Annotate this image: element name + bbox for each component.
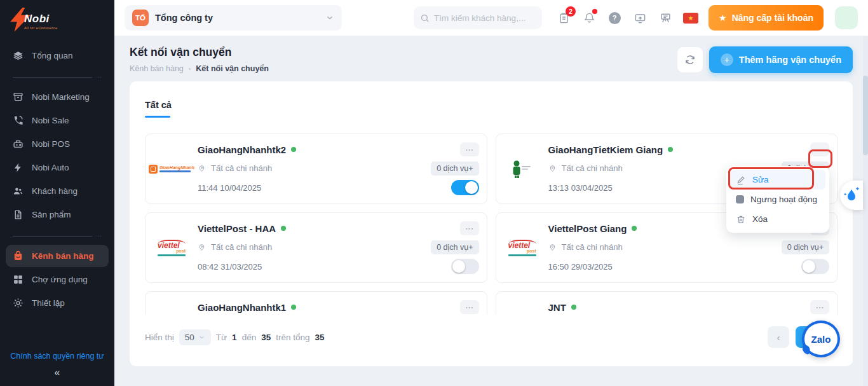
menu-item-label: Sửa xyxy=(752,175,769,184)
card-menu-button[interactable]: ⋯ xyxy=(460,142,479,156)
carrier-card-jnt: JNT ⋯ xyxy=(496,291,838,315)
carrier-card-ghn-tk2: GiaoHangNhanh GiaoHangNhanhtk2 ⋯ xyxy=(145,134,487,204)
prev-page-button[interactable]: ‹ xyxy=(768,326,789,348)
ghn-logo-icon xyxy=(149,165,158,174)
divider: ⋯ xyxy=(13,74,102,80)
sidebar-item-label: Sản phẩm xyxy=(32,210,71,219)
total-label: trên tổng xyxy=(276,333,309,342)
menu-item-edit[interactable]: Sửa xyxy=(730,170,825,190)
store-icon xyxy=(13,251,24,261)
card-menu-button[interactable]: ⋯ xyxy=(460,221,479,235)
branch-label: Tất cả chi nhánh xyxy=(211,242,272,252)
sidebar-item-label: Tổng quan xyxy=(32,51,73,60)
status-dot xyxy=(571,305,576,310)
company-selector[interactable]: TỐ Tổng công ty xyxy=(125,5,342,31)
menu-item-delete[interactable]: Xóa xyxy=(730,209,825,229)
carrier-name: GiaoHangTietKiem Giang xyxy=(548,144,663,155)
privacy-policy-link[interactable]: Chính sách quyền riêng tư xyxy=(0,348,114,364)
location-pin-icon xyxy=(198,164,206,172)
sidebar-item-cho-ung-dung[interactable]: Chợ ứng dụng xyxy=(6,268,109,291)
tab-all-label: Tất cả xyxy=(145,100,172,110)
menu-item-deactivate[interactable]: Ngưng hoạt động xyxy=(730,190,825,209)
from-value: 1 xyxy=(232,333,237,342)
to-value: 35 xyxy=(261,333,271,342)
sidebar: Nobi All for eCommerce Tổng quan ⋯ Nobi … xyxy=(0,0,114,386)
search-input[interactable] xyxy=(434,13,536,23)
zalo-chat-button[interactable]: Zalo xyxy=(802,321,840,357)
carrier-logo xyxy=(151,300,193,315)
enable-toggle[interactable] xyxy=(801,259,829,274)
gear-icon xyxy=(13,298,24,308)
total-value: 35 xyxy=(315,333,324,342)
services-badge[interactable]: 0 dịch vụ+ xyxy=(782,240,829,254)
add-carrier-label: Thêm hãng vận chuyển xyxy=(739,55,841,65)
status-dot xyxy=(291,147,296,152)
page-size-select[interactable]: 50 xyxy=(179,329,211,345)
company-badge: TỐ xyxy=(132,10,149,26)
location-pin-icon xyxy=(548,164,557,172)
help-button[interactable]: ? xyxy=(607,10,622,25)
page-size-value: 50 xyxy=(185,333,194,342)
enable-toggle[interactable] xyxy=(451,180,479,195)
language-button[interactable]: ★ xyxy=(683,10,698,25)
pencil-icon xyxy=(736,175,746,185)
chevron-down-icon xyxy=(198,334,205,341)
carrier-logo: GiaoHangNhanh xyxy=(151,142,193,196)
breadcrumb-parent[interactable]: Kênh bán hàng xyxy=(130,64,184,73)
refresh-icon xyxy=(684,54,696,65)
pagination: Hiển thị 50 Từ 1 đến 35 trên tổng 35 ‹ 1 xyxy=(145,326,837,348)
sidebar-item-khach-hang[interactable]: Khách hàng xyxy=(6,180,109,202)
sidebar-item-label: Nobi POS xyxy=(32,139,70,149)
carrier-name: GiaoHangNhanhtk1 xyxy=(198,302,286,313)
services-badge[interactable]: 0 dịch vụ+ xyxy=(431,240,478,254)
carrier-name: JNT xyxy=(548,302,566,313)
sidebar-collapse-button[interactable]: « xyxy=(0,364,114,386)
card-menu-button[interactable]: ⋯ xyxy=(460,300,479,314)
sparkle-icon: ✦ xyxy=(855,186,860,192)
screen-share-button[interactable] xyxy=(632,10,648,25)
sidebar-item-tong-quan[interactable]: Tổng quan xyxy=(6,45,109,67)
star-icon: ★ xyxy=(719,13,727,23)
breadcrumb-separator: • xyxy=(189,65,191,72)
breadcrumb: Kênh bán hàng • Kết nối vận chuyển xyxy=(130,64,269,73)
zalo-label: Zalo xyxy=(811,334,831,345)
sidebar-item-nobi-pos[interactable]: Nobi POS xyxy=(6,133,109,155)
sidebar-item-san-pham[interactable]: Sản phẩm xyxy=(6,203,109,226)
archive-icon xyxy=(13,92,24,102)
carrier-logo xyxy=(501,142,543,196)
sidebar-item-label: Nobi Marketing xyxy=(32,92,90,102)
sidebar-item-nobi-marketing[interactable]: Nobi Marketing xyxy=(6,86,109,108)
document-icon xyxy=(13,209,24,220)
presentation-button[interactable] xyxy=(658,10,673,25)
upgrade-account-button[interactable]: ★ Nâng cấp tài khoản xyxy=(709,5,824,31)
avatar[interactable] xyxy=(835,6,858,29)
viettel-logo-text: viettel xyxy=(508,240,536,249)
updated-time: 16:50 29/03/2025 xyxy=(548,262,613,272)
tasks-button[interactable]: 2 xyxy=(556,10,571,25)
question-icon: ? xyxy=(609,12,621,24)
scrollbar-thumb[interactable] xyxy=(863,76,868,155)
carrier-name: ViettelPost Giang xyxy=(548,223,627,234)
scrollbar[interactable] xyxy=(863,36,868,386)
viettel-logo-text: viettel xyxy=(158,240,186,249)
sidebar-item-nobi-sale[interactable]: Nobi Sale xyxy=(6,109,109,132)
services-badge[interactable]: 0 dịch vụ+ xyxy=(431,162,478,176)
notifications-button[interactable] xyxy=(581,10,597,25)
refresh-button[interactable] xyxy=(677,46,703,73)
breadcrumb-current: Kết nối vận chuyển xyxy=(196,64,269,73)
tab-all[interactable]: Tất cả xyxy=(145,100,172,118)
grid-icon xyxy=(13,274,24,285)
status-dot xyxy=(281,226,286,231)
card-context-menu: Sửa Ngưng hoạt động Xóa xyxy=(726,166,829,233)
add-carrier-button[interactable]: + Thêm hãng vận chuyển xyxy=(709,46,853,73)
card-menu-button[interactable]: ⋯ xyxy=(810,142,829,156)
sidebar-item-nobi-auto[interactable]: Nobi Auto xyxy=(6,156,109,179)
card-menu-button[interactable]: ⋯ xyxy=(810,300,829,314)
menu-item-label: Ngưng hoạt động xyxy=(750,195,817,204)
sidebar-item-thiet-lap[interactable]: Thiết lập xyxy=(6,292,109,314)
plus-icon: + xyxy=(721,53,733,66)
sidebar-item-kenh-ban-hang[interactable]: Kênh bán hàng xyxy=(6,245,109,267)
location-pin-icon xyxy=(198,243,206,251)
enable-toggle[interactable] xyxy=(451,259,479,274)
pos-icon xyxy=(13,139,24,149)
